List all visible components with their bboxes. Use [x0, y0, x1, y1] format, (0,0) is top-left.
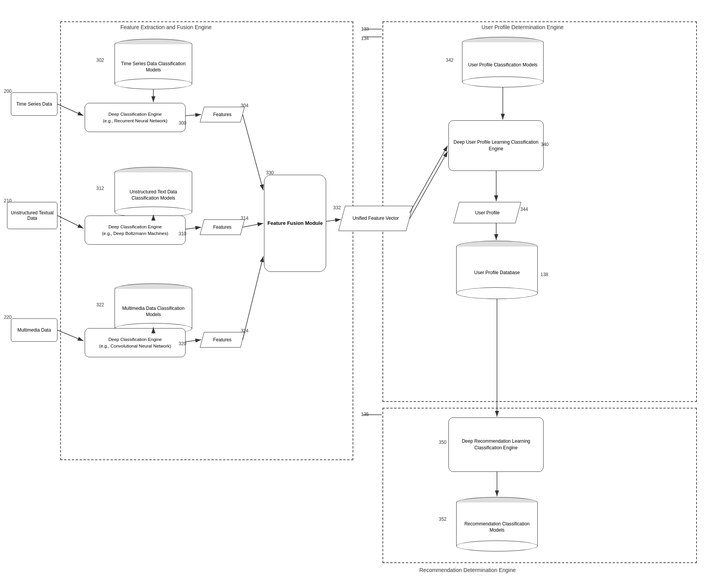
ref-310: 310: [179, 231, 186, 236]
features-2: Features: [200, 219, 245, 235]
unstructured-textual-data-input: Unstructured Textual Data: [7, 202, 57, 229]
diagram-container: Feature Extraction and Fusion Engine Use…: [0, 0, 728, 579]
user-profile: User Profile: [453, 202, 521, 223]
recommendation-models-db: Recommendation Classification Models: [456, 497, 538, 551]
multimedia-models-db: Multimedia Data Classification Models: [115, 283, 192, 334]
ref-138: 138: [540, 272, 548, 277]
user-profile-database: User Profile Database: [456, 241, 538, 299]
time-series-data-input: Time Series Data: [11, 92, 57, 116]
features-1: Features: [200, 107, 245, 122]
ref-302: 302: [96, 57, 104, 63]
ref-344: 344: [520, 207, 528, 212]
ref-322: 322: [96, 302, 104, 308]
ref-134: 134: [361, 36, 369, 41]
user-profile-determination-label: User Profile Determination Engine: [481, 24, 564, 30]
deep-class-engine-1: Deep Classification Engine (e.g., Recurr…: [85, 103, 186, 132]
ref-135: 135: [361, 412, 369, 417]
multimedia-data-input: Multimedia Data: [11, 318, 57, 342]
ref-210: 210: [4, 198, 12, 203]
ref-200: 200: [4, 89, 12, 94]
deep-recommendation-engine: Deep Recommendation Learning Classificat…: [448, 417, 544, 472]
feature-fusion-module: Feature Fusion Module: [264, 175, 326, 272]
ref-342: 342: [446, 57, 453, 63]
user-profile-models-db: User Profile Classification Models: [462, 37, 544, 87]
ref-220: 220: [4, 315, 12, 320]
time-series-models-db: Time Series Data Classification Models: [115, 39, 192, 89]
features-3: Features: [200, 332, 245, 348]
unstructured-text-models-db: Unstructured Text Data Classification Mo…: [115, 167, 192, 217]
ref-350: 350: [439, 440, 447, 445]
ref-304: 304: [241, 103, 248, 108]
unified-feature-vector: Unified Feature Vector: [338, 206, 413, 231]
ref-314: 314: [241, 216, 248, 221]
ref-324: 324: [241, 328, 248, 334]
ref-312: 312: [96, 186, 104, 191]
deep-class-engine-2: Deep Classification Engine (e.g., Deep B…: [85, 216, 186, 245]
ref-332: 332: [333, 205, 341, 210]
ref-340: 340: [541, 142, 549, 147]
ref-330: 330: [266, 170, 274, 176]
deep-user-profile-engine: Deep User Profile Learning Classificatio…: [448, 120, 544, 171]
ref-133: 133: [361, 26, 369, 32]
ref-352: 352: [439, 516, 447, 522]
ref-320: 320: [179, 341, 186, 346]
ref-300: 300: [179, 120, 186, 126]
deep-class-engine-3: Deep Classification Engine (e.g., Convol…: [85, 328, 186, 357]
recommendation-determination-label: Recommendation Determination Engine: [419, 567, 516, 573]
feature-extraction-label: Feature Extraction and Fusion Engine: [120, 24, 212, 30]
